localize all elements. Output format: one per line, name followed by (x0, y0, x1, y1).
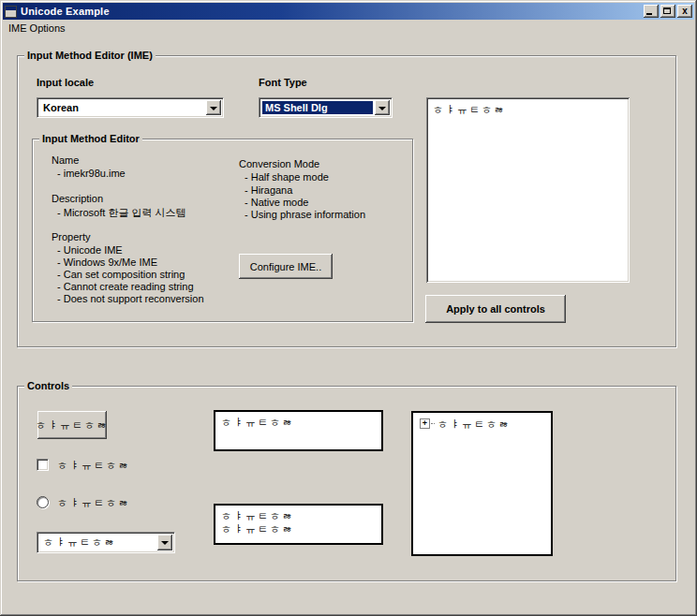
input-locale-combobox[interactable]: Korean (37, 97, 224, 118)
property-item: - Windows 9x/Me IME (57, 257, 157, 268)
sample-edit-multi[interactable]: ㅎㅑㅠㅌㅎㅀ ㅎㅑㅠㅌㅎㅀ (214, 504, 383, 545)
sample-checkbox-label: ㅎㅑㅠㅌㅎㅀ (57, 459, 130, 472)
menu-ime-options[interactable]: IME Options (3, 22, 71, 35)
tree-item-label: ㅎㅑㅠㅌㅎㅀ (437, 418, 511, 431)
minimize-icon (646, 13, 652, 15)
description-value: - Microsoft 한글 입력 시스템 (57, 206, 186, 220)
conversion-mode-item: - Half shape mode (245, 171, 329, 183)
sample-korean-button[interactable]: ㅎㅑㅠㅌㅎㅀ (37, 411, 107, 439)
ime-info-groupbox: Input Method Editor Name - imekr98u.ime … (32, 139, 413, 322)
sample-combobox-dropdown-button[interactable] (157, 535, 172, 550)
close-button[interactable]: x (677, 5, 692, 18)
chevron-down-icon (210, 107, 217, 110)
tree-connector (431, 423, 435, 424)
property-item: - Does not support reconversion (57, 293, 204, 304)
controls-groupbox: Controls ㅎㅑㅠㅌㅎㅀ ㅎㅑㅠㅌㅎㅀ ㅎㅑㅠㅌㅎㅀ ㅎㅑㅠㅌㅎㅀ ㅎㅑㅠ… (17, 386, 676, 581)
sample-radio[interactable] (37, 496, 49, 508)
ime-groupbox-title: Input Method Editor (IME) (24, 50, 156, 61)
name-value: - imekr98u.ime (57, 168, 126, 179)
sample-edit-multi-line: ㅎㅑㅠㅌㅎㅀ (221, 522, 376, 535)
property-label: Property (52, 231, 91, 242)
app-window: Unicode Example x IME Options Input Meth… (0, 0, 697, 616)
font-type-value: MS Shell Dlg (262, 101, 373, 114)
sample-korean-button-label: ㅎㅑㅠㅌㅎㅀ (36, 418, 109, 432)
description-label: Description (52, 193, 103, 204)
chevron-down-icon (161, 541, 169, 545)
font-type-dropdown-button[interactable] (375, 100, 390, 115)
name-label: Name (52, 154, 79, 166)
sample-edit-single[interactable]: ㅎㅑㅠㅌㅎㅀ (214, 410, 383, 451)
ime-preview-text: ㅎㅑㅠㅌㅎㅀ (433, 104, 506, 115)
conversion-mode-item: - Hiragana (245, 184, 292, 196)
window-title: Unicode Example (21, 6, 110, 17)
conversion-mode-label: Conversion Mode (239, 158, 319, 169)
sample-checkbox[interactable] (37, 459, 49, 471)
sample-combobox[interactable]: ㅎㅑㅠㅌㅎㅀ (37, 532, 175, 553)
sample-combobox-value: ㅎㅑㅠㅌㅎㅀ (40, 535, 156, 550)
apply-to-all-controls-button[interactable]: Apply to all controls (425, 295, 566, 323)
ime-preview-edit[interactable]: ㅎㅑㅠㅌㅎㅀ (426, 97, 630, 283)
close-icon: x (677, 5, 692, 18)
sample-treeview[interactable]: + ㅎㅑㅠㅌㅎㅀ (411, 411, 553, 556)
maximize-button[interactable] (660, 5, 675, 18)
window-icon (5, 6, 17, 18)
chevron-down-icon (378, 107, 386, 110)
minimize-button[interactable] (644, 5, 659, 18)
property-item: - Cannot create reading string (57, 281, 194, 292)
font-type-combobox[interactable]: MS Shell Dlg (259, 97, 393, 118)
ime-groupbox: Input Method Editor (IME) Input locale K… (17, 55, 676, 347)
font-type-label: Font Type (259, 77, 307, 88)
titlebar-buttons: x (642, 5, 692, 18)
sample-edit-single-text: ㅎㅑㅠㅌㅎㅀ (221, 417, 294, 428)
sample-edit-multi-line: ㅎㅑㅠㅌㅎㅀ (221, 509, 376, 522)
menu-bar: IME Options (3, 20, 694, 36)
controls-groupbox-title: Controls (24, 380, 72, 391)
tree-expand-icon[interactable]: + (420, 418, 430, 429)
title-bar[interactable]: Unicode Example x (3, 3, 694, 20)
input-locale-dropdown-button[interactable] (206, 100, 221, 115)
property-item: - Can set composition string (57, 269, 185, 280)
input-locale-label: Input locale (37, 77, 94, 88)
maximize-icon (663, 7, 671, 14)
conversion-mode-item: - Native mode (245, 197, 308, 208)
property-item: - Unicode IME (57, 244, 123, 256)
input-locale-value: Korean (40, 101, 204, 114)
ime-info-groupbox-title: Input Method Editor (39, 133, 142, 144)
sample-radio-label: ㅎㅑㅠㅌㅎㅀ (57, 496, 130, 509)
conversion-mode-item: - Using phrase information (245, 209, 365, 220)
configure-ime-button[interactable]: Configure IME.. (239, 254, 333, 279)
